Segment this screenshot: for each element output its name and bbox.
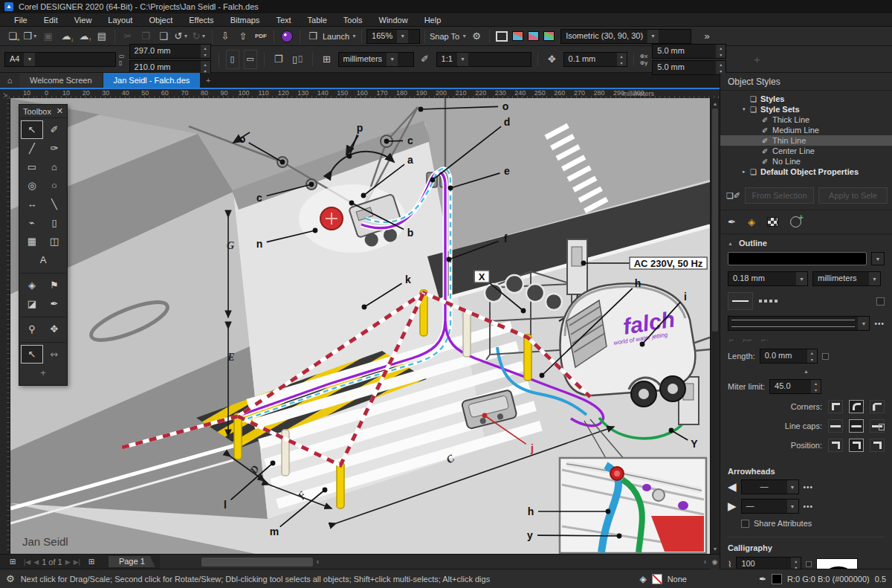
- position-inside-button[interactable]: [828, 439, 843, 452]
- menu-item[interactable]: Table: [300, 16, 335, 25]
- menu-item[interactable]: Effects: [181, 16, 222, 25]
- transparency-attr-icon[interactable]: [767, 217, 778, 227]
- ellipse-tool[interactable]: ◎: [21, 176, 43, 195]
- divider[interactable]: [21, 338, 65, 343]
- callout-tool[interactable]: ⚑: [43, 276, 65, 294]
- scroll-right-icon[interactable]: ›: [700, 558, 710, 566]
- length-spinner[interactable]: 0.0 mm ▴▾: [760, 349, 818, 364]
- cloud-upload-icon[interactable]: ☁↑: [76, 29, 92, 44]
- launch-icon[interactable]: ❒: [305, 29, 321, 44]
- line-style-dropdown[interactable]: ▼: [728, 316, 870, 331]
- tree-row[interactable]: Styles: [720, 94, 892, 104]
- tree-row[interactable]: No Line: [720, 156, 892, 167]
- page-width-spinner[interactable]: 297.0 mm ▴▾: [129, 44, 211, 59]
- add-page-before-icon[interactable]: ⊞: [4, 555, 21, 569]
- open-icon[interactable]: ❒▼: [22, 29, 39, 44]
- add-page-after-icon[interactable]: ⊞: [83, 555, 100, 569]
- rectangle-tool[interactable]: ▭: [21, 158, 43, 176]
- prev-page-icon[interactable]: ◀: [33, 558, 39, 566]
- horizontal-scrollbar[interactable]: ‹ ›: [160, 555, 710, 569]
- next-page-icon[interactable]: ▶: [65, 558, 71, 566]
- tab-document[interactable]: Jan Seidl - Falch.des: [103, 73, 201, 88]
- no-projection-icon[interactable]: [496, 31, 508, 42]
- divider[interactable]: [21, 313, 65, 317]
- scroll-down-icon[interactable]: ▼: [711, 543, 720, 554]
- toolbox-panel[interactable]: Toolbox ✕ ↖✐╱✑▭⌂◎○↔╲⌁▯▦◫A◈⚑◪✒⚲✥↖↭+: [19, 104, 68, 386]
- scroll-left-icon[interactable]: ‹: [313, 558, 323, 566]
- new-style-from-selection-icon[interactable]: ❏✐: [726, 191, 740, 201]
- freehand-pick-tool[interactable]: ↭: [43, 345, 65, 364]
- outline-status-icon[interactable]: ✒: [759, 574, 766, 584]
- duplicate-x-spinner[interactable]: 5.0 mm ▴▾: [652, 44, 726, 59]
- publish-pdf-icon[interactable]: PDF: [253, 29, 269, 44]
- tree-row[interactable]: Default Object Properties: [720, 167, 892, 177]
- share-attributes-checkbox[interactable]: [741, 520, 749, 528]
- drawing-scale-dropdown[interactable]: 1:1▼: [436, 52, 531, 67]
- horizontal-ruler[interactable]: millimeters ↘ 10010203040506070809010011…: [0, 88, 720, 98]
- menu-item[interactable]: Tools: [335, 16, 371, 25]
- ruler-origin-icon[interactable]: ↘: [0, 89, 10, 100]
- cap-butt-button[interactable]: [828, 419, 843, 433]
- drawing-scale-icon[interactable]: ✐: [417, 52, 433, 67]
- length-lock-checkbox[interactable]: [822, 353, 829, 360]
- zoom-level-dropdown[interactable]: 165%▼: [366, 29, 420, 44]
- shape-group-tool[interactable]: ◫: [43, 232, 65, 251]
- cloud-download-icon[interactable]: ☁↓: [58, 29, 74, 44]
- duplicate-y-spinner[interactable]: 5.0 mm ▴▾: [652, 60, 726, 75]
- cap-round-button[interactable]: [849, 419, 864, 433]
- polygon-tool[interactable]: ⌂: [43, 158, 65, 176]
- snap-to-label[interactable]: Snap To: [430, 32, 459, 41]
- add-tool-button[interactable]: +: [21, 364, 65, 382]
- launch-label[interactable]: Launch: [323, 32, 349, 41]
- tree-row[interactable]: Center Line: [720, 146, 892, 156]
- dimension-tool[interactable]: ↔: [21, 195, 43, 213]
- line-tool[interactable]: ╲: [43, 195, 65, 213]
- toolbar-overflow-chevron[interactable]: »: [699, 29, 715, 44]
- end-arrowhead-more-button[interactable]: •••: [804, 503, 814, 511]
- snap-dropdown-arrow[interactable]: ▼: [462, 33, 467, 39]
- nib-preview[interactable]: [816, 558, 858, 569]
- outline-attr-icon[interactable]: ✒: [728, 216, 736, 227]
- fill-status-icon[interactable]: ◈: [639, 574, 646, 584]
- print-icon[interactable]: ▤: [94, 29, 110, 44]
- page-size-dropdown[interactable]: A4▼: [4, 52, 116, 67]
- from-selection-button[interactable]: From Selection: [745, 187, 814, 204]
- menu-item[interactable]: Layout: [100, 16, 140, 25]
- line-style-more-button[interactable]: •••: [874, 320, 885, 328]
- calligraphy-lock-checkbox[interactable]: [806, 561, 812, 567]
- tree-row[interactable]: Medium Line: [720, 125, 892, 135]
- tree-row[interactable]: Thick Line: [720, 114, 892, 125]
- shape-tool[interactable]: ✐: [43, 120, 65, 139]
- vertical-ruler[interactable]: [0, 98, 10, 554]
- corner-bevel-button[interactable]: [870, 400, 885, 413]
- start-arrowhead-dropdown[interactable]: —▼: [741, 479, 799, 494]
- projection-dropdown[interactable]: Isometric (30, 90, 30)▼: [560, 29, 691, 44]
- cut-icon[interactable]: ✂: [120, 29, 136, 44]
- pick-tool-2[interactable]: ↖: [21, 345, 43, 364]
- projected-axes-icon-3[interactable]: [543, 31, 555, 41]
- stretch-spinner[interactable]: 100 ▴▾: [736, 557, 801, 569]
- two-point-line-tool[interactable]: ╱: [21, 139, 43, 158]
- save-icon[interactable]: ▣: [40, 29, 56, 44]
- three-point-ellipse-tool[interactable]: ○: [43, 176, 65, 195]
- miter-limit-spinner[interactable]: 45.0 ▴▾: [769, 379, 821, 394]
- nudge-spinner[interactable]: 0.1 mm ▴▾: [563, 52, 627, 67]
- outline-color-dropdown[interactable]: ▼: [871, 252, 885, 265]
- menu-item[interactable]: Text: [268, 16, 299, 25]
- corel-cloud-icon[interactable]: [279, 29, 295, 44]
- status-gear-icon[interactable]: ⚙: [6, 573, 15, 584]
- cylinder-tool[interactable]: ▯: [43, 213, 65, 232]
- menu-item[interactable]: Object: [140, 16, 181, 25]
- position-outside-button[interactable]: [870, 439, 885, 452]
- tree-row[interactable]: Style Sets: [720, 104, 892, 114]
- menu-item[interactable]: Bitmaps: [222, 16, 268, 25]
- document-navigator-icon[interactable]: ◉: [710, 555, 720, 569]
- start-arrowhead-more-button[interactable]: •••: [804, 483, 814, 491]
- end-arrowhead-dropdown[interactable]: —▼: [741, 499, 799, 514]
- text-tool[interactable]: A: [21, 251, 65, 269]
- import-icon[interactable]: ⇩: [217, 29, 233, 44]
- page-tab[interactable]: Page 1: [109, 556, 155, 567]
- tree-twisty-icon[interactable]: [743, 106, 750, 112]
- pick-tool[interactable]: ↖: [21, 120, 43, 139]
- position-center-button[interactable]: [849, 439, 864, 452]
